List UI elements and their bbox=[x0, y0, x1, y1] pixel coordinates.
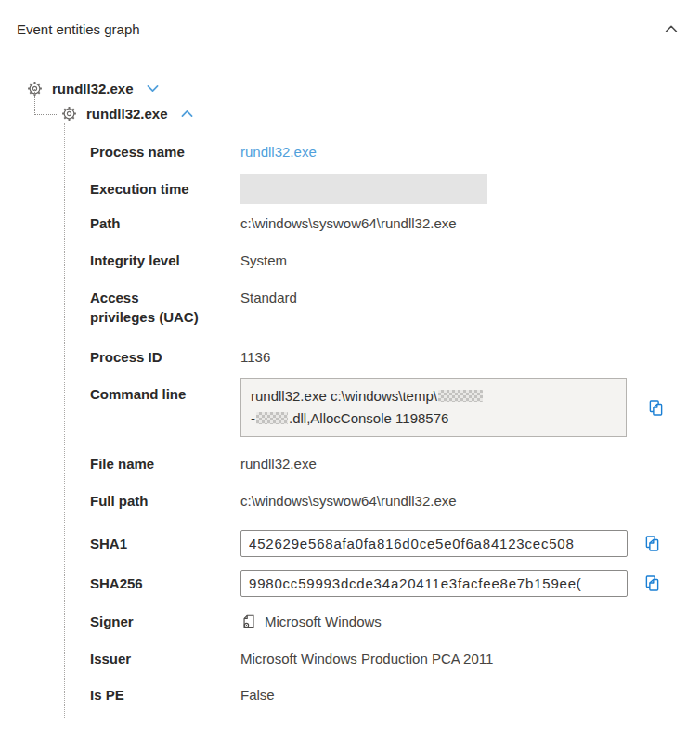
panel-title: Event entities graph bbox=[17, 19, 140, 39]
field-label: Is PE bbox=[90, 685, 240, 705]
tree-node-label[interactable]: rundll32.exe bbox=[52, 81, 134, 97]
tree-connector-line bbox=[34, 89, 57, 115]
field-value: False bbox=[240, 685, 700, 705]
process-details: Process name rundll32.exe Execution time… bbox=[64, 123, 700, 718]
field-label: Execution time bbox=[90, 179, 240, 199]
field-value: Standard bbox=[240, 288, 700, 307]
process-tree: rundll32.exe rundll32.exe bbox=[26, 78, 700, 123]
gear-icon bbox=[60, 105, 78, 123]
chevron-down-icon bbox=[145, 81, 161, 97]
detail-row-sha1: SHA1 bbox=[90, 530, 700, 557]
detail-row-command-line: Command line rundll32.exe c:\windows\tem… bbox=[90, 384, 700, 437]
field-label: SHA256 bbox=[90, 574, 240, 593]
detail-row-issuer: Issuer Microsoft Windows Production PCA … bbox=[90, 649, 700, 668]
field-label: SHA1 bbox=[90, 534, 240, 553]
redacted-text-block bbox=[256, 412, 288, 424]
field-label: File name bbox=[90, 454, 240, 473]
field-value: rundll32.exe bbox=[240, 454, 700, 473]
detail-row-is-pe: Is PE False bbox=[90, 685, 700, 705]
field-value: c:\windows\syswow64\rundll32.exe bbox=[240, 213, 700, 233]
panel-header: Event entities graph bbox=[0, 0, 700, 39]
field-label: Path bbox=[90, 213, 240, 233]
field-label: Issuer bbox=[90, 649, 240, 668]
detail-row-access-privileges: Access privileges (UAC) Standard bbox=[90, 288, 700, 327]
copy-command-line-button[interactable] bbox=[645, 397, 666, 418]
process-name-link[interactable]: rundll32.exe bbox=[240, 144, 317, 160]
field-label: Process ID bbox=[90, 347, 240, 367]
event-entities-panel: Event entities graph rundll32.exe bbox=[0, 0, 700, 750]
detail-row-process-id: Process ID 1136 bbox=[90, 347, 700, 367]
detail-row-integrity-level: Integrity level System bbox=[90, 251, 700, 270]
detail-row-sha256: SHA256 bbox=[90, 570, 700, 597]
redacted-value-block bbox=[240, 174, 487, 204]
field-label: Integrity level bbox=[90, 251, 240, 270]
field-value: 1136 bbox=[240, 347, 700, 367]
chevron-up-icon bbox=[179, 106, 195, 122]
detail-row-file-name: File name rundll32.exe bbox=[90, 454, 700, 473]
expand-node-button[interactable] bbox=[144, 79, 162, 97]
field-label: Access privileges (UAC) bbox=[90, 288, 240, 327]
copy-icon bbox=[646, 398, 666, 418]
copy-sha1-button[interactable] bbox=[642, 534, 662, 554]
sha1-input[interactable] bbox=[240, 530, 628, 557]
field-label: Signer bbox=[90, 612, 240, 631]
copy-icon bbox=[642, 574, 662, 593]
field-label: Process name bbox=[90, 142, 240, 162]
copy-sha256-button[interactable] bbox=[642, 574, 662, 594]
field-value: System bbox=[240, 251, 700, 270]
detail-row-full-path: Full path c:\windows\syswow64\rundll32.e… bbox=[90, 491, 700, 511]
field-label: Full path bbox=[90, 491, 240, 511]
field-value: Microsoft Windows bbox=[265, 612, 382, 631]
detail-row-path: Path c:\windows\syswow64\rundll32.exe bbox=[90, 213, 700, 233]
field-value: c:\windows\syswow64\rundll32.exe bbox=[240, 491, 700, 511]
tree-node-root[interactable]: rundll32.exe bbox=[26, 78, 700, 98]
certificate-icon bbox=[240, 614, 257, 630]
field-value: Microsoft Windows Production PCA 2011 bbox=[240, 649, 700, 668]
collapse-node-button[interactable] bbox=[178, 104, 197, 123]
command-line-box[interactable]: rundll32.exe c:\windows\temp\ -.dll,Allo… bbox=[240, 378, 627, 437]
copy-icon bbox=[642, 534, 662, 553]
detail-row-process-name: Process name rundll32.exe bbox=[90, 142, 700, 162]
tree-node-label[interactable]: rundll32.exe bbox=[86, 106, 168, 122]
detail-row-execution-time: Execution time bbox=[90, 179, 700, 204]
tree-node-child[interactable]: rundll32.exe bbox=[60, 103, 700, 123]
sha256-input[interactable] bbox=[240, 570, 628, 597]
field-label: Command line bbox=[90, 384, 240, 404]
redacted-text-block bbox=[438, 390, 483, 402]
panel-collapse-button[interactable] bbox=[661, 19, 681, 39]
chevron-up-icon bbox=[663, 20, 680, 37]
detail-row-signer: Signer Microsoft Windows bbox=[90, 612, 700, 631]
